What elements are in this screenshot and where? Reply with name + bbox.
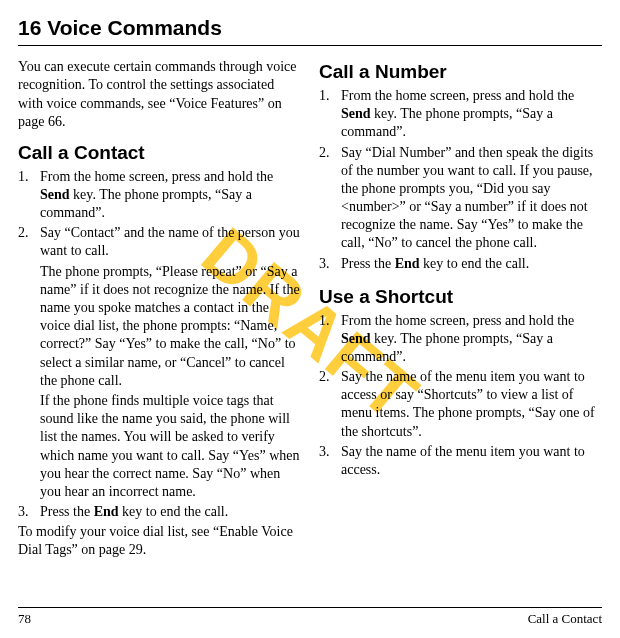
- sub-paragraph: The phone prompts, “Please repeat” or “S…: [18, 263, 301, 390]
- list-item: Say the name of the menu item you want t…: [319, 368, 602, 441]
- step-text: From the home screen, press and hold the: [40, 169, 273, 184]
- intro-paragraph: You can execute certain commands through…: [18, 58, 301, 131]
- page-number: 78: [18, 611, 31, 628]
- send-key: Send: [341, 106, 371, 121]
- left-column: You can execute certain commands through…: [18, 58, 301, 569]
- step-text: Press the: [341, 256, 395, 271]
- section-title-call-contact: Call a Contact: [18, 141, 301, 166]
- end-key: End: [395, 256, 420, 271]
- right-column: Call a Number From the home screen, pres…: [319, 58, 602, 569]
- section-title-shortcut: Use a Shortcut: [319, 285, 602, 310]
- shortcut-steps: From the home screen, press and hold the…: [319, 312, 602, 480]
- section-title-call-number: Call a Number: [319, 60, 602, 85]
- list-item: Press the End key to end the call.: [319, 255, 602, 273]
- step-text: Press the: [40, 504, 94, 519]
- page-footer: 78 Call a Contact: [18, 607, 602, 628]
- list-item: Press the End key to end the call.: [18, 503, 301, 521]
- step-text: From the home screen, press and hold the: [341, 313, 574, 328]
- list-item: From the home screen, press and hold the…: [18, 168, 301, 223]
- list-item: Say “Dial Number” and then speak the dig…: [319, 144, 602, 253]
- list-item: Say the name of the menu item you want t…: [319, 443, 602, 479]
- step-text: key to end the call.: [119, 504, 229, 519]
- call-contact-steps-cont: Press the End key to end the call.: [18, 503, 301, 521]
- outro-paragraph: To modify your voice dial list, see “Ena…: [18, 523, 301, 559]
- send-key: Send: [40, 187, 70, 202]
- list-item: From the home screen, press and hold the…: [319, 312, 602, 367]
- chapter-title: 16 Voice Commands: [18, 14, 602, 46]
- sub-paragraph: If the phone finds multiple voice tags t…: [18, 392, 301, 501]
- list-item: From the home screen, press and hold the…: [319, 87, 602, 142]
- step-text: From the home screen, press and hold the: [341, 88, 574, 103]
- step-text: key to end the call.: [420, 256, 530, 271]
- footer-section: Call a Contact: [528, 611, 602, 628]
- call-contact-steps: From the home screen, press and hold the…: [18, 168, 301, 261]
- end-key: End: [94, 504, 119, 519]
- step-text: key. The phone prompts, “Say a command”.: [341, 331, 553, 364]
- send-key: Send: [341, 331, 371, 346]
- call-number-steps: From the home screen, press and hold the…: [319, 87, 602, 273]
- list-item: Say “Contact” and the name of the person…: [18, 224, 301, 260]
- step-text: key. The phone prompts, “Say a command”.: [341, 106, 553, 139]
- step-text: key. The phone prompts, “Say a command”.: [40, 187, 252, 220]
